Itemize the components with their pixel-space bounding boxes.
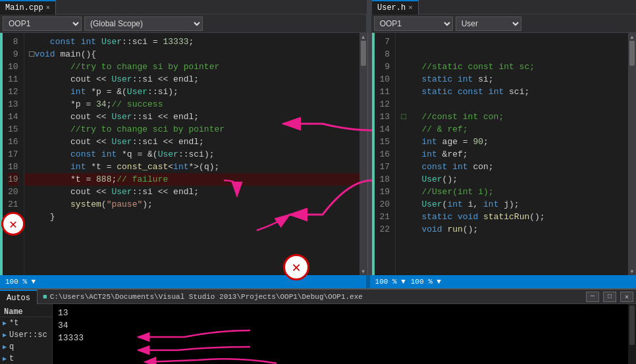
left-code-content[interactable]: const int User::sci = 13333; □void main(… [24, 33, 359, 275]
console-output[interactable]: 13 34 13333 [53, 304, 636, 364]
code-line-17: const int *q = &(User::sci); [24, 148, 359, 161]
code-line-16: cout << User::sci << endl; [24, 136, 359, 148]
code-line-14: cout << User::si << endl; [24, 111, 359, 123]
tab-autos[interactable]: Autos [0, 290, 38, 304]
console-path: C:\Users\ACT25\Documents\Visual Studio 2… [50, 293, 363, 301]
code-line-20: cout << User::si << endl; [24, 186, 359, 198]
autos-column-header: Name [0, 304, 52, 317]
scroll-down-btn[interactable]: ▼ [359, 267, 367, 275]
right-code-line-19: //User(int i); [396, 186, 628, 198]
code-line-19: *t = 888;// failure [24, 173, 359, 186]
autos-item-t: ▶t [0, 353, 52, 364]
right-line-numbers: 7891011 1213141516 1718192021 22 [375, 33, 396, 275]
console-line-3: 13333 [58, 332, 631, 344]
right-code-line-21: static void staticRun(); [396, 211, 628, 223]
code-line-21: system("pause"); [24, 198, 359, 211]
scroll-up-btn[interactable]: ▲ [359, 33, 367, 41]
right-code-line-17: const int con; [396, 161, 628, 173]
right-code-line-22: void run(); [396, 223, 628, 236]
tab-main-cpp-label: Main.cpp [5, 3, 43, 13]
code-line-12: int *p = &(User::si); [24, 86, 359, 98]
left-project-dropdown[interactable]: OOP1 [3, 16, 82, 31]
right-scope-dropdown[interactable]: User [456, 16, 521, 31]
console-restore-btn[interactable]: □ [603, 292, 616, 302]
right-code-line-13: □ //const int con; [396, 111, 628, 123]
right-editor: 7891011 1213141516 1718192021 22 //stati… [372, 33, 636, 275]
code-line-8: const int User::sci = 13333; [24, 36, 359, 48]
bottom-panel: Autos ■ C:\Users\ACT25\Documents\Visual … [0, 288, 636, 364]
code-line-9: □void main(){ [24, 48, 359, 61]
right-code-line-15: int age = 90; [396, 136, 628, 148]
autos-item-user-sc: ▶User::sc [0, 329, 52, 341]
right-code-line-8 [396, 48, 628, 61]
left-zoom-status[interactable]: 100 % ▼ [5, 278, 36, 286]
right-code-line-20: User(int i, int j); [396, 198, 628, 211]
right-code-line-12 [396, 98, 628, 111]
console-close-btn[interactable]: ✕ [620, 292, 633, 302]
autos-item-q: ▶q [0, 341, 52, 353]
right-code-line-16: int &ref; [396, 148, 628, 161]
right-code-line-18: User(); [396, 173, 628, 186]
left-editor: 89101112 1314151617 18 19 202122 const i… [0, 33, 368, 275]
right-code-content[interactable]: //static const int sc; static int si; st… [396, 33, 628, 275]
right-code-line-14: // & ref; [396, 123, 628, 136]
tab-main-cpp[interactable]: Main.cpp × [0, 0, 56, 14]
code-line-22: } [24, 211, 359, 223]
console-file-icon: ■ [43, 293, 47, 301]
tab-user-h-label: User.h [377, 3, 406, 13]
left-scope-dropdown[interactable]: (Global Scope) [84, 16, 203, 31]
error-circle-bottom: ✕ [283, 254, 309, 280]
right-zoom-status[interactable]: 100 % ▼ [375, 278, 406, 286]
code-line-18: int *t = const_cast<int*>(q); [24, 161, 359, 173]
right-code-line-9: //static const int sc; [396, 61, 628, 73]
right-scroll-down-btn[interactable]: ▼ [628, 267, 636, 275]
console-line-1: 13 [58, 307, 631, 319]
right-scroll-up-btn[interactable]: ▲ [628, 33, 636, 41]
autos-panel: Name ▶*t ▶User::sc ▶q ▶t [0, 304, 53, 364]
left-line-numbers: 89101112 1314151617 18 19 202122 [3, 33, 24, 275]
code-line-13: *p = 34;// success [24, 98, 359, 111]
code-line-11: cout << User::si << endl; [24, 73, 359, 86]
close-main-cpp-icon[interactable]: × [46, 4, 51, 12]
right-zoom-status2[interactable]: 100 % ▼ [411, 278, 441, 286]
right-code-line-7 [396, 36, 628, 48]
autos-item-t-ptr: ▶*t [0, 317, 52, 329]
console-line-2: 34 [58, 319, 631, 332]
code-line-15: //try to change sci by pointer [24, 123, 359, 136]
close-user-h-icon[interactable]: × [408, 4, 413, 12]
right-code-line-10: static int si; [396, 73, 628, 86]
console-minimize-btn[interactable]: ─ [586, 292, 599, 302]
right-code-line-11: static const int sci; [396, 86, 628, 98]
right-project-dropdown[interactable]: OOP1 [374, 16, 453, 31]
tab-user-h[interactable]: User.h × [372, 0, 419, 14]
error-circle-left: ✕ [1, 212, 25, 236]
code-line-10: //try to change si by pointer [24, 61, 359, 73]
